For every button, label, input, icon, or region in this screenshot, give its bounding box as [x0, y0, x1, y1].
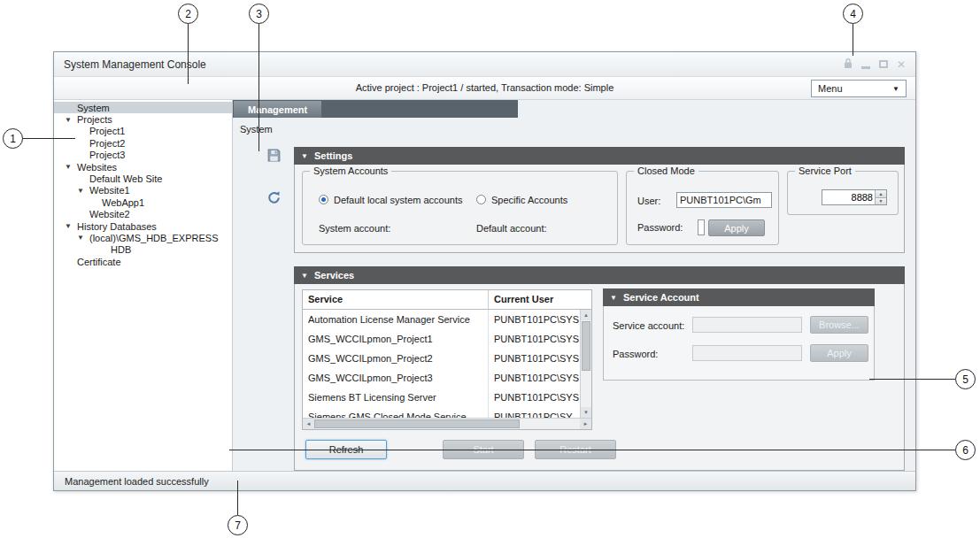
service-account-password-input[interactable]: [692, 345, 802, 361]
table-row[interactable]: Siemens GMS Closed Mode Service PUNBT101…: [303, 407, 591, 418]
tree-item-label: Projects: [77, 114, 112, 125]
tree-item-label: Default Web Site: [89, 173, 162, 184]
scrollbar-thumb[interactable]: [314, 419, 520, 428]
services-table: Service Current User Automation License …: [302, 289, 592, 430]
services-table-header: Service Current User: [303, 290, 591, 310]
tab-management[interactable]: Management: [234, 101, 321, 118]
content-pane: Management System: [233, 100, 915, 471]
window-title: System Management Console: [64, 58, 206, 71]
callout-line-4: [853, 24, 853, 56]
system-management-console-window: System Management Console Active project…: [53, 51, 916, 491]
tree-item-webapp1[interactable]: WebApp1: [54, 196, 232, 208]
radio-default-local-accounts[interactable]: [319, 195, 328, 204]
scroll-left-icon[interactable]: [303, 419, 314, 429]
scroll-up-icon[interactable]: [581, 310, 591, 320]
settings-group-header[interactable]: Settings: [294, 147, 905, 165]
tree-item-default-web-site[interactable]: Default Web Site: [54, 173, 232, 184]
tree-item-local-gms-hdb-express[interactable]: (local)\GMS_HDB_EXPRESS: [54, 232, 232, 243]
callout-1: 1: [3, 128, 23, 149]
closed-mode-password-input[interactable]: [698, 219, 705, 235]
system-account-label: System account:: [319, 223, 390, 234]
save-button[interactable]: [265, 146, 282, 164]
refresh-icon: [266, 190, 282, 205]
service-name-cell: Siemens BT Licensing Server: [303, 388, 489, 407]
expander-icon[interactable]: [77, 187, 89, 195]
tree-item-website1[interactable]: Website1: [54, 185, 232, 196]
refresh-button[interactable]: [265, 188, 282, 206]
tree-item-label: Project3: [89, 150, 125, 160]
system-accounts-legend: System Accounts: [310, 165, 391, 176]
header-bar: Active project : Project1 / started, Tra…: [54, 77, 915, 100]
table-row[interactable]: GMS_WCCILpmon_Project1 PUNBT101PC\SYS: [303, 329, 591, 349]
tree-item-project2[interactable]: Project2: [54, 137, 232, 149]
callout-6: 6: [955, 440, 976, 460]
callout-line-1: [22, 138, 75, 139]
services-group-title: Services: [314, 270, 354, 281]
service-account-password-label: Password:: [613, 349, 658, 359]
menu-label: Menu: [818, 83, 843, 94]
callout-label: 3: [256, 8, 262, 20]
table-row[interactable]: Automation License Manager Service PUNBT…: [303, 310, 591, 329]
user-input[interactable]: [676, 192, 772, 208]
radio-specific-accounts[interactable]: [476, 195, 486, 204]
expander-icon[interactable]: [65, 116, 77, 124]
status-bar: Management loaded successfully: [54, 471, 915, 490]
tree-item-label: Website2: [89, 209, 130, 219]
vertical-scrollbar[interactable]: [580, 310, 591, 418]
service-account-input[interactable]: [692, 317, 802, 333]
service-port-stepper[interactable]: [822, 189, 887, 205]
tree-item-hdb[interactable]: HDB: [54, 244, 232, 256]
current-user-cell: PUNBT101PC\SYS: [489, 349, 591, 368]
spin-up-icon[interactable]: [876, 190, 886, 197]
service-port-input[interactable]: [822, 190, 875, 204]
table-row[interactable]: Siemens BT Licensing Server PUNBT101PC\S…: [303, 388, 591, 407]
tree-item-system[interactable]: System: [54, 102, 232, 113]
page-title: System: [240, 124, 273, 135]
close-button[interactable]: [897, 59, 906, 70]
service-name-cell: Automation License Manager Service: [303, 310, 489, 329]
maximize-button[interactable]: [879, 60, 888, 68]
callout-label: 4: [850, 8, 856, 20]
callout-label: 7: [235, 519, 241, 532]
chevron-down-icon: [892, 85, 899, 93]
lock-icon: [844, 58, 853, 71]
menu-dropdown[interactable]: Menu: [811, 80, 907, 97]
expander-icon[interactable]: [65, 163, 77, 171]
apply-button-label: Apply: [827, 348, 852, 358]
column-header-current-user[interactable]: Current User: [489, 290, 591, 309]
callout-line-6: [229, 450, 955, 450]
table-row[interactable]: GMS_WCCILpmon_Project2 PUNBT101PC\SYS: [303, 349, 591, 368]
tree-item-project1[interactable]: Project1: [54, 126, 232, 137]
tree-item-project3[interactable]: Project3: [54, 150, 232, 161]
scroll-right-icon[interactable]: [580, 419, 591, 429]
tree-item-website2[interactable]: Website2: [54, 209, 232, 220]
horizontal-scrollbar[interactable]: [303, 418, 591, 429]
closed-mode-apply-button[interactable]: Apply: [708, 219, 765, 236]
tree-item-projects[interactable]: Projects: [54, 113, 232, 125]
tab-row: Management: [233, 100, 915, 118]
scroll-down-icon[interactable]: [581, 407, 591, 418]
current-user-cell: PUNBT101PC\SYS: [489, 329, 591, 349]
tree-item-label: WebApp1: [102, 197, 144, 208]
callout-line-2: [188, 24, 189, 84]
services-group-header[interactable]: Services: [294, 266, 905, 284]
tree-item-websites[interactable]: Websites: [54, 161, 232, 173]
tab-label: Management: [248, 104, 307, 115]
service-account-apply-button[interactable]: Apply: [810, 344, 868, 362]
radio-default-local-accounts-label: Default local system accounts: [334, 195, 463, 205]
browse-button[interactable]: Browse...: [810, 316, 868, 334]
current-user-cell: PUNBT101PC\SYS: [489, 310, 591, 329]
tree-item-history-databases[interactable]: History Databases: [54, 220, 232, 232]
scrollbar-thumb[interactable]: [582, 321, 590, 371]
spin-down-icon[interactable]: [876, 197, 886, 205]
callout-label: 1: [10, 133, 16, 145]
minimize-button[interactable]: [861, 66, 870, 69]
services-table-rows: Automation License Manager Service PUNBT…: [303, 310, 591, 418]
column-header-service[interactable]: Service: [303, 290, 489, 309]
tree-item-certificate[interactable]: Certificate: [54, 256, 232, 267]
callout-2: 2: [178, 4, 198, 24]
expander-icon[interactable]: [77, 234, 89, 242]
table-row[interactable]: GMS_WCCILpmon_Project3 PUNBT101PC\SYS: [303, 368, 591, 388]
expander-icon[interactable]: [65, 222, 77, 230]
service-account-header[interactable]: Service Account: [603, 288, 875, 306]
